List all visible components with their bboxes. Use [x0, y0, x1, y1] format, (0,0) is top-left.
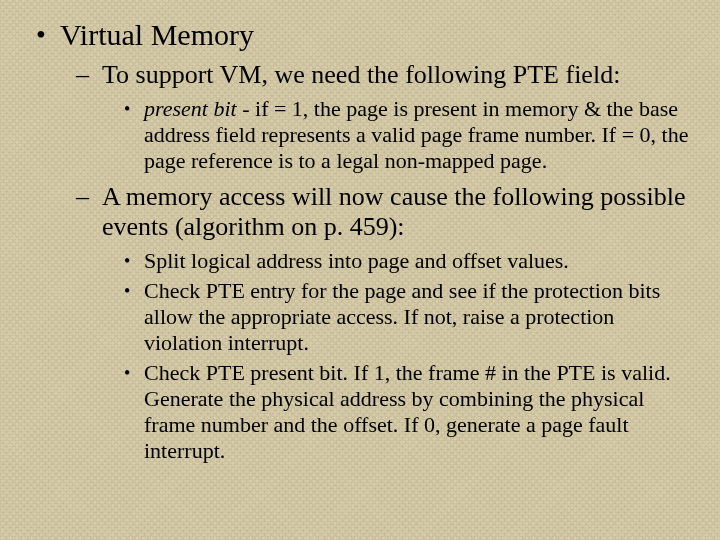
bullet-level-3: present bit - if = 1, the page is presen…: [102, 96, 690, 174]
present-bit-item: present bit - if = 1, the page is presen…: [122, 96, 690, 174]
bullet-level-3: Split logical address into page and offs…: [102, 248, 690, 464]
bullet-level-2: To support VM, we need the following PTE…: [60, 60, 690, 464]
present-bit-emph: present bit: [144, 96, 237, 121]
event-check-protection: Check PTE entry for the page and see if …: [122, 278, 690, 356]
slide: Virtual Memory To support VM, we need th…: [0, 0, 720, 540]
section-1-heading: To support VM, we need the following PTE…: [102, 60, 620, 89]
bullet-level-1: Virtual Memory To support VM, we need th…: [30, 18, 690, 464]
present-bit-text: present bit - if = 1, the page is presen…: [144, 96, 688, 173]
event-check-protection-text: Check PTE entry for the page and see if …: [144, 278, 660, 355]
event-check-present-bit-text: Check PTE present bit. If 1, the frame #…: [144, 360, 671, 463]
slide-title: Virtual Memory: [60, 18, 254, 51]
event-check-present-bit: Check PTE present bit. If 1, the frame #…: [122, 360, 690, 464]
section-2-heading: A memory access will now cause the follo…: [102, 182, 685, 241]
event-split-address-text: Split logical address into page and offs…: [144, 248, 569, 273]
event-split-address: Split logical address into page and offs…: [122, 248, 690, 274]
section-2: A memory access will now cause the follo…: [76, 182, 690, 464]
title-item: Virtual Memory To support VM, we need th…: [30, 18, 690, 464]
section-1: To support VM, we need the following PTE…: [76, 60, 690, 174]
